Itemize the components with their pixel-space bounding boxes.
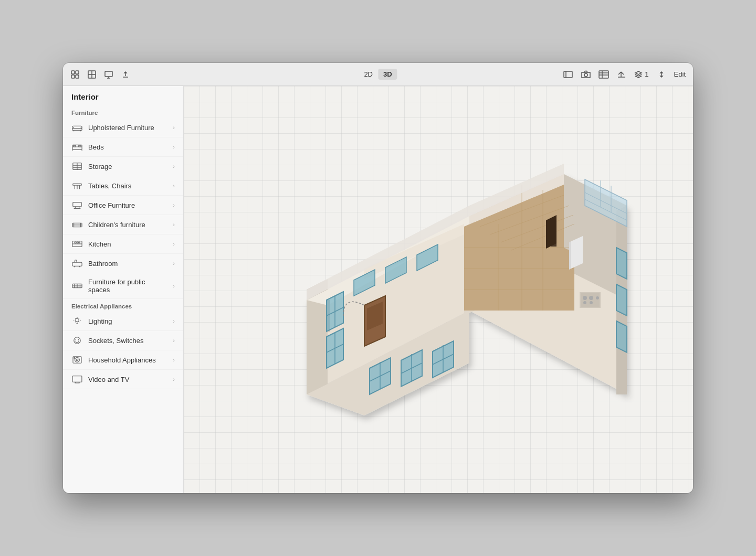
sidebar-item-bathroom[interactable]: Bathroom › [63,254,183,273]
chevron-right-icon: › [173,202,175,208]
main-content: Interior Furniture Upholstered Furniture… [63,86,693,493]
svg-rect-63 [72,376,82,382]
sidebar-item-beds[interactable]: Beds › [63,137,183,157]
svg-point-129 [589,296,593,300]
office-label: Office Furniture [88,201,167,209]
sidebar-item-children[interactable]: Children's furniture › [63,215,183,234]
svg-marker-125 [546,215,556,249]
chevron-right-icon: › [173,260,175,266]
svg-point-60 [75,358,80,362]
chevron-right-icon: › [173,144,175,150]
svg-rect-38 [72,262,82,266]
sofa-icon [71,123,83,132]
svg-rect-19 [74,145,76,147]
grid-icon[interactable] [70,70,80,79]
svg-point-61 [76,359,78,361]
toolbar-left [70,70,554,79]
lighting-label: Lighting [88,317,167,325]
camera-icon[interactable] [581,69,591,80]
chevron-right-icon: › [173,163,175,169]
sidebar-item-kitchen[interactable]: Kitchen › [63,234,183,254]
sidebar-item-appliances[interactable]: Household Appliances › [63,350,183,370]
svg-point-36 [77,242,78,243]
view-2d-button[interactable]: 2D [359,69,378,80]
svg-marker-133 [571,236,583,269]
public-icon [71,281,83,291]
svg-marker-70 [307,290,328,394]
socket-icon [71,336,83,345]
chevron-right-icon: › [173,376,175,382]
svg-rect-25 [73,184,81,185]
electrical-section-header: Electrical Appliances [63,299,183,312]
sidebar-item-storage[interactable]: Storage › [63,157,183,176]
appliances-label: Household Appliances [88,356,167,364]
svg-rect-0 [71,71,75,74]
chevron-icon[interactable] [656,69,667,80]
svg-line-53 [75,322,76,322]
svg-point-46 [76,318,79,322]
toolbar: 2D 3D [63,63,693,86]
sidebar-item-lighting[interactable]: Lighting › [63,312,183,331]
svg-point-62 [74,358,75,359]
toolbar-center: 2D 3D [359,69,397,80]
svg-rect-29 [73,202,81,207]
sidebar-item-sockets[interactable]: Sockets, Switches › [63,331,183,350]
share-icon[interactable] [616,69,627,80]
tv-label: Video and TV [88,376,167,383]
chevron-right-icon: › [173,124,175,131]
svg-rect-20 [79,145,81,147]
public-label: Furniture for public spaces [88,278,167,294]
children-icon [71,220,83,229]
svg-rect-7 [105,71,112,77]
children-label: Children's furniture [88,221,167,229]
viewport-3d[interactable] [184,86,693,493]
layers-button[interactable]: 1 [634,70,648,79]
svg-point-131 [583,301,586,304]
expand-icon[interactable] [563,69,573,80]
monitor-icon[interactable] [104,70,113,79]
kitchen-label: Kitchen [88,240,167,248]
bed-icon [71,142,83,152]
floorplan-3d-view [259,143,669,436]
svg-point-37 [78,242,80,243]
lighting-icon [71,316,83,326]
app-window: 2D 3D [63,63,693,493]
office-icon [71,200,83,210]
chevron-right-icon: › [173,337,175,344]
chevron-right-icon: › [173,357,175,363]
svg-rect-2 [71,75,75,78]
svg-point-130 [596,296,599,300]
tables-label: Tables, Chairs [88,182,167,190]
upload-icon[interactable] [121,70,130,79]
svg-marker-134 [569,241,571,270]
bathroom-label: Bathroom [88,260,167,268]
upholstered-label: Upholstered Furniture [88,124,167,132]
sockets-label: Sockets, Switches [88,337,167,345]
layers-count: 1 [645,70,648,78]
sidebar-item-tables[interactable]: Tables, Chairs › [63,176,183,196]
svg-rect-1 [76,71,79,74]
sidebar-item-public[interactable]: Furniture for public spaces › [63,273,183,299]
svg-line-51 [75,318,76,318]
sidebar-title: Interior [63,86,183,105]
beds-label: Beds [88,143,167,151]
chevron-right-icon: › [173,283,175,289]
appliance-icon [71,355,83,365]
layers-icon[interactable] [598,69,609,80]
edit-button[interactable]: Edit [674,70,686,78]
toolbar-right: 1 Edit [563,69,686,80]
svg-rect-13 [599,71,608,78]
svg-rect-17 [72,129,82,131]
sidebar: Interior Furniture Upholstered Furniture… [63,86,184,493]
sidebar-item-tv[interactable]: Video and TV › [63,370,183,389]
svg-rect-3 [76,75,79,78]
grid2-icon[interactable] [87,70,97,79]
bathroom-icon [71,259,83,268]
svg-line-54 [79,322,79,322]
view-3d-button[interactable]: 3D [378,69,397,80]
svg-point-128 [583,296,587,300]
sidebar-item-upholstered[interactable]: Upholstered Furniture › [63,118,183,137]
sidebar-item-office[interactable]: Office Furniture › [63,196,183,215]
svg-line-52 [79,318,79,318]
kitchen-icon [71,239,83,249]
